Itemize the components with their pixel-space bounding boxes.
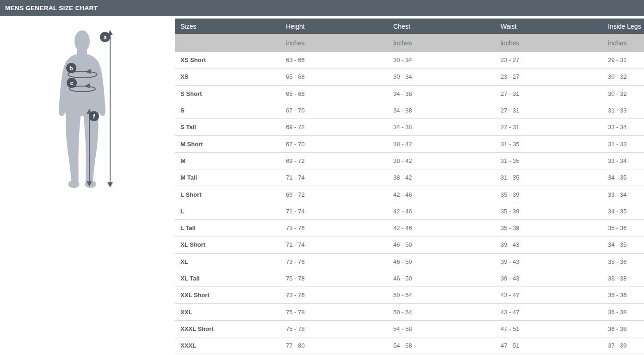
svg-text:a: a bbox=[104, 34, 107, 41]
measure-badge-f: f bbox=[89, 111, 99, 121]
cell-size: S Short bbox=[175, 86, 280, 102]
cell-waist: 31 - 35 bbox=[495, 153, 602, 169]
table-row: S Short 65 - 68 34 - 38 27 - 31 30 - 32 bbox=[175, 86, 644, 102]
cell-size: M bbox=[175, 153, 280, 169]
cell-chest: 54 - 58 bbox=[388, 321, 495, 337]
cell-inside-legs: 36 - 38 bbox=[602, 270, 644, 286]
cell-inside-legs: 35 - 36 bbox=[602, 287, 644, 303]
column-header-chest: Chest bbox=[388, 19, 495, 34]
table-row: XL 73 - 76 46 - 50 39 - 43 35 - 36 bbox=[175, 254, 644, 270]
cell-inside-legs: 36 - 38 bbox=[602, 321, 644, 337]
cell-height: 69 - 72 bbox=[280, 119, 388, 135]
cell-inside-legs: 33 - 34 bbox=[602, 119, 644, 135]
cell-inside-legs: 34 - 35 bbox=[602, 203, 644, 219]
cell-size: XXXL bbox=[175, 337, 280, 354]
cell-size: XL Tall bbox=[175, 270, 280, 286]
table-row: M Tall 71 - 74 38 - 42 31 - 35 34 - 35 bbox=[175, 169, 644, 186]
cell-size: XS bbox=[175, 69, 280, 85]
cell-chest: 38 - 42 bbox=[388, 136, 495, 152]
cell-height: 73 - 76 bbox=[280, 220, 388, 236]
cell-height: 73 - 76 bbox=[280, 287, 388, 303]
cell-inside-legs: 34 - 35 bbox=[602, 169, 644, 186]
column-header-inside-legs: Inside Legs bbox=[602, 19, 644, 34]
table-header-row: Sizes Height Chest Waist Inside Legs bbox=[175, 19, 644, 34]
cell-size: XXXL Short bbox=[175, 321, 280, 337]
cell-size: M Short bbox=[175, 136, 280, 152]
table-row: S Tall 69 - 72 34 - 38 27 - 31 33 - 34 bbox=[175, 119, 644, 136]
table-row: M Short 67 - 70 38 - 42 31 - 35 31 - 33 bbox=[175, 136, 644, 152]
measure-badge-b: b bbox=[66, 63, 76, 73]
cell-inside-legs: 35 - 36 bbox=[602, 220, 644, 236]
table-row: XXL Short 73 - 76 50 - 54 43 - 47 35 - 3… bbox=[175, 287, 644, 304]
measure-badge-c: c bbox=[67, 78, 77, 88]
cell-inside-legs: 29 - 31 bbox=[602, 52, 644, 68]
cell-chest: 54 - 58 bbox=[388, 337, 495, 354]
column-header-height: Height bbox=[280, 19, 388, 34]
cell-chest: 30 - 34 bbox=[388, 69, 495, 85]
cell-height: 63 - 66 bbox=[280, 52, 388, 68]
units-cell-chest: inches bbox=[388, 34, 495, 52]
cell-chest: 34 - 38 bbox=[388, 86, 495, 102]
cell-inside-legs: 33 - 34 bbox=[602, 186, 644, 202]
cell-size: XS Short bbox=[175, 52, 280, 68]
cell-waist: 39 - 43 bbox=[495, 237, 602, 253]
cell-inside-legs: 31 - 33 bbox=[602, 136, 644, 152]
cell-size: XXL Short bbox=[175, 287, 280, 303]
cell-chest: 50 - 54 bbox=[388, 287, 495, 303]
cell-chest: 30 - 34 bbox=[388, 52, 495, 68]
cell-height: 65 - 68 bbox=[280, 69, 388, 85]
cell-chest: 34 - 38 bbox=[388, 119, 495, 135]
table-row: XL Short 71 - 74 46 - 50 39 - 43 34 - 35 bbox=[175, 237, 644, 253]
title-bar: MENS GENERAL SIZE CHART bbox=[0, 0, 644, 16]
size-chart-table: Sizes Height Chest Waist Inside Legs inc… bbox=[175, 19, 644, 354]
cell-size: L Tall bbox=[175, 220, 280, 236]
table-row: XL Tall 75 - 78 46 - 50 39 - 43 36 - 38 bbox=[175, 270, 644, 287]
units-cell-inside-legs: inches bbox=[602, 34, 644, 52]
height-arrow-a bbox=[107, 30, 113, 187]
cell-waist: 47 - 51 bbox=[495, 337, 602, 354]
cell-inside-legs: 36 - 38 bbox=[602, 304, 644, 320]
table-row: L Short 69 - 72 42 - 46 35 - 39 33 - 34 bbox=[175, 186, 644, 203]
cell-waist: 39 - 43 bbox=[495, 270, 602, 286]
cell-waist: 27 - 31 bbox=[495, 102, 602, 118]
cell-size: L bbox=[175, 203, 280, 219]
table-row: XXL 75 - 78 50 - 54 43 - 47 36 - 38 bbox=[175, 304, 644, 320]
column-header-waist: Waist bbox=[495, 19, 602, 34]
table-row: XS 65 - 68 30 - 34 23 - 27 30 - 32 bbox=[175, 69, 644, 85]
units-cell-sizes bbox=[175, 34, 280, 52]
cell-inside-legs: 31 - 33 bbox=[602, 102, 644, 118]
cell-height: 75 - 78 bbox=[280, 321, 388, 337]
cell-waist: 27 - 31 bbox=[495, 119, 602, 135]
cell-chest: 34 - 38 bbox=[388, 102, 495, 118]
cell-height: 75 - 78 bbox=[280, 270, 388, 286]
cell-chest: 46 - 50 bbox=[388, 254, 495, 270]
column-header-sizes: Sizes bbox=[175, 19, 280, 34]
cell-waist: 35 - 39 bbox=[495, 220, 602, 236]
svg-text:c: c bbox=[70, 80, 74, 87]
cell-waist: 35 - 39 bbox=[495, 186, 602, 202]
units-cell-height: inches bbox=[280, 34, 388, 52]
cell-waist: 43 - 47 bbox=[495, 304, 602, 320]
cell-inside-legs: 35 - 36 bbox=[602, 254, 644, 270]
cell-chest: 42 - 46 bbox=[388, 203, 495, 219]
cell-chest: 46 - 50 bbox=[388, 270, 495, 286]
cell-inside-legs: 30 - 32 bbox=[602, 69, 644, 85]
cell-inside-legs: 30 - 32 bbox=[602, 86, 644, 102]
cell-chest: 42 - 46 bbox=[388, 186, 495, 202]
cell-waist: 31 - 35 bbox=[495, 169, 602, 186]
table-row: XXXL 77 - 80 54 - 58 47 - 51 37 - 39 bbox=[175, 337, 644, 354]
page-title: MENS GENERAL SIZE CHART bbox=[5, 5, 98, 12]
cell-chest: 50 - 54 bbox=[388, 304, 495, 320]
cell-waist: 35 - 39 bbox=[495, 203, 602, 219]
cell-size: S bbox=[175, 102, 280, 118]
body-measurement-diagram: a b c f bbox=[0, 16, 175, 355]
table-row: L 71 - 74 42 - 46 35 - 39 34 - 35 bbox=[175, 203, 644, 220]
table-row: XS Short 63 - 66 30 - 34 23 - 27 29 - 31 bbox=[175, 52, 644, 69]
cell-size: M Tall bbox=[175, 169, 280, 186]
table-row: L Tall 73 - 76 42 - 46 35 - 39 35 - 36 bbox=[175, 220, 644, 237]
cell-height: 71 - 74 bbox=[280, 169, 388, 186]
cell-height: 67 - 70 bbox=[280, 136, 388, 152]
cell-inside-legs: 34 - 35 bbox=[602, 237, 644, 253]
cell-height: 71 - 74 bbox=[280, 203, 388, 219]
cell-inside-legs: 37 - 39 bbox=[602, 337, 644, 354]
